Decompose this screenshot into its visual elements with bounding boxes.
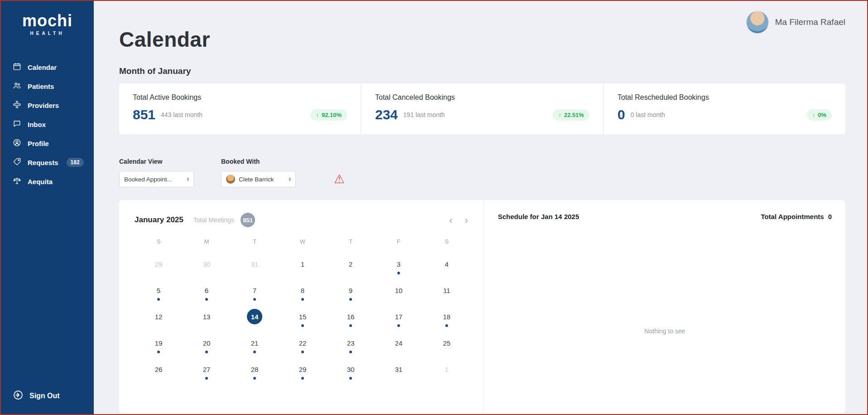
calendar-card: January 2025 Total Meetings 851 ‹ › SMTW… [119, 200, 845, 413]
calendar-day[interactable]: 29 [135, 256, 183, 283]
calendar-day[interactable]: 26 [135, 361, 183, 388]
meeting-dot [205, 298, 208, 301]
stat-value-row: 851443 last month↑92.10% [133, 107, 347, 122]
calendar-view-label: Calendar View [119, 158, 194, 165]
calendar-day-number: 12 [151, 309, 166, 324]
calendar-day[interactable]: 2 [327, 256, 375, 283]
user-chip[interactable]: Ma Filerma Rafael [746, 11, 845, 34]
calendar-day-number: 16 [343, 309, 358, 324]
calendar-day-selected[interactable]: 14 [231, 309, 279, 335]
requests-count-badge: 182 [67, 158, 84, 167]
calendar-day-number: 22 [295, 335, 310, 351]
stat-label: Total Canceled Bookings [375, 93, 589, 102]
calendar-day[interactable]: 16 [327, 309, 375, 335]
stat-value: 234 [375, 107, 398, 122]
calendar-day[interactable]: 23 [327, 335, 375, 361]
up-arrow-icon: ↑ [316, 112, 319, 118]
sidebar-item-label: Requests [28, 159, 58, 166]
calendar-day[interactable]: 31 [375, 361, 423, 388]
calendar-day[interactable]: 24 [375, 335, 423, 361]
calendar-day[interactable]: 1 [279, 256, 327, 283]
logo-title: mochi [1, 13, 94, 29]
calendar-day[interactable]: 12 [135, 309, 183, 335]
calendar-view-select[interactable]: Booked Appoint... ▴▾ [119, 171, 194, 187]
calendar-day[interactable]: 4 [423, 256, 471, 283]
calendar-day[interactable]: 25 [423, 335, 471, 361]
page-title: Calendar [119, 27, 845, 52]
calendar-day[interactable]: 6 [183, 283, 231, 309]
calendar-day[interactable]: 10 [375, 283, 423, 309]
stat-card: Total Canceled Bookings234191 last month… [362, 83, 604, 134]
stat-last-month: 191 last month [403, 111, 445, 118]
calendar-day[interactable]: 8 [279, 283, 327, 309]
calendar-day-number: 30 [343, 361, 358, 377]
patients-icon [13, 81, 21, 91]
calendar-day[interactable]: 27 [183, 361, 231, 388]
calendar-day[interactable]: 15 [279, 309, 327, 335]
sidebar-item-profile[interactable]: Profile [1, 134, 94, 153]
next-month-button[interactable]: › [465, 215, 468, 225]
calendar-day-number: 30 [199, 256, 214, 272]
calendar-day[interactable]: 18 [423, 309, 471, 335]
stat-card: Total Rescheduled Bookings00 last month↑… [604, 83, 845, 134]
calendar-day[interactable]: 11 [423, 283, 471, 309]
calendar-day[interactable]: 30 [183, 256, 231, 283]
sidebar-nav: CalendarPatientsProvidersInboxProfileReq… [1, 58, 94, 191]
stat-delta-value: 22.51% [564, 112, 584, 118]
calendar-day[interactable]: 5 [135, 283, 183, 309]
sidebar-item-label: Patients [28, 83, 54, 90]
meeting-dot [445, 324, 448, 327]
logo-subtitle: HEALTH [1, 31, 94, 36]
calendar-day-number: 15 [295, 309, 310, 324]
calendar-day[interactable]: 29 [279, 361, 327, 388]
app-logo: mochi HEALTH [1, 1, 94, 36]
stat-delta-value: 92.10% [322, 112, 342, 118]
meeting-dot [397, 272, 400, 274]
stat-value: 0 [617, 107, 625, 122]
providers-icon [13, 100, 21, 110]
calendar-day-number: 23 [343, 335, 358, 351]
prev-month-button[interactable]: ‹ [449, 215, 453, 225]
warning-icon[interactable]: ⚠ [334, 172, 345, 187]
calendar-day[interactable]: 30 [327, 361, 375, 388]
calendar-day[interactable]: 28 [231, 361, 279, 388]
stat-value-row: 234191 last month↑22.51% [375, 107, 589, 122]
stat-label: Total Active Bookings [133, 93, 347, 102]
sidebar-item-patients[interactable]: Patients [1, 77, 94, 96]
calendar-day-number: 14 [247, 309, 262, 324]
sign-out-button[interactable]: Sign Out [13, 390, 60, 402]
calendar-day-number: 17 [391, 309, 406, 324]
calendar-day[interactable]: 21 [231, 335, 279, 361]
profile-icon [13, 138, 21, 148]
total-meetings-label: Total Meetings [193, 216, 234, 224]
booked-with-label: Booked With [221, 158, 296, 165]
sign-out-icon [13, 390, 24, 402]
calendar-day[interactable]: 13 [183, 309, 231, 335]
stat-last-month: 0 last month [631, 111, 665, 118]
sidebar-item-aequita[interactable]: Aequita [1, 172, 94, 191]
calendar-day[interactable]: 3 [375, 256, 423, 283]
page-subtitle: Month of January [119, 66, 845, 76]
calendar-day[interactable]: 17 [375, 309, 423, 335]
calendar-day-number: 29 [295, 361, 310, 377]
stat-value-row: 00 last month↑0% [617, 107, 832, 122]
calendar-month-title: January 2025 [135, 215, 183, 225]
calendar-day-number: 2 [343, 256, 358, 272]
sidebar-item-calendar[interactable]: Calendar [1, 58, 94, 77]
calendar-day[interactable]: 22 [279, 335, 327, 361]
main-content: Ma Filerma Rafael Calendar Month of Janu… [94, 1, 867, 414]
sidebar-item-requests[interactable]: Requests182 [1, 153, 94, 172]
total-meetings-badge: 851 [241, 213, 255, 227]
calendar-day-header: T [327, 238, 375, 256]
calendar-day[interactable]: 20 [183, 335, 231, 361]
schedule-header: Schedule for Jan 14 2025 Total Appointme… [498, 213, 832, 220]
booked-with-select[interactable]: Clete Barrick ▴▾ [221, 171, 296, 187]
calendar-day[interactable]: 1 [423, 361, 471, 388]
calendar-day-number: 4 [439, 256, 454, 272]
calendar-day[interactable]: 31 [231, 256, 279, 283]
sidebar-item-inbox[interactable]: Inbox [1, 115, 94, 134]
calendar-day[interactable]: 9 [327, 283, 375, 309]
calendar-day[interactable]: 19 [135, 335, 183, 361]
sidebar-item-providers[interactable]: Providers [1, 96, 94, 115]
calendar-day[interactable]: 7 [231, 283, 279, 309]
